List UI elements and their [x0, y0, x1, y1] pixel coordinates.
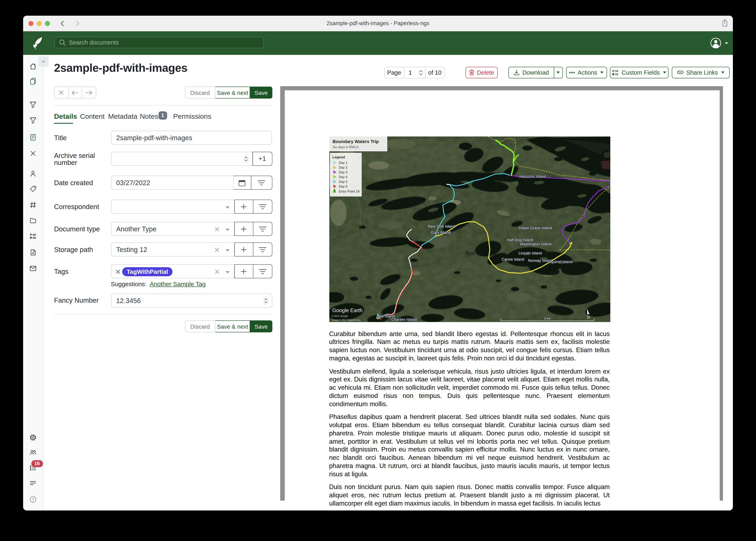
svg-text:Charlies Island: Charlies Island — [391, 317, 417, 321]
svg-text:Google Earth: Google Earth — [332, 307, 362, 313]
svg-text:3 mi: 3 mi — [544, 316, 550, 320]
svg-text:Gary Island: Gary Island — [431, 230, 450, 235]
svg-text:Indian Grave Island: Indian Grave Island — [518, 226, 552, 230]
svg-text:?: ? — [32, 497, 34, 502]
svg-text:Day 1: Day 1 — [339, 161, 347, 164]
svg-text:Day 2: Day 2 — [339, 166, 347, 169]
svg-text:Canoe Island: Canoe Island — [501, 257, 524, 261]
svg-text:Six days in BWCA: Six days in BWCA — [332, 145, 359, 149]
svg-text:Day 3: Day 3 — [339, 170, 347, 174]
svg-text:New York Island: New York Island — [428, 224, 455, 228]
svg-text:Squirrel Island: Squirrel Island — [548, 260, 573, 264]
svg-text:Lincoln Island: Lincoln Island — [518, 251, 542, 255]
svg-text:N: N — [587, 314, 590, 319]
svg-text:Text: Text — [465, 250, 475, 256]
svg-text:Entry Point 24: Entry Point 24 — [339, 190, 359, 193]
svg-text:© 2017 Google: © 2017 Google — [332, 314, 348, 317]
svg-text:Day 6: Day 6 — [339, 185, 347, 188]
svg-text:Day 4: Day 4 — [339, 175, 347, 179]
svg-text:Day 5: Day 5 — [339, 180, 347, 183]
svg-text:Half Dog Island: Half Dog Island — [507, 238, 533, 242]
svg-text:Hausons Island: Hausons Island — [519, 174, 546, 178]
svg-text:Boundary Waters Trip: Boundary Waters Trip — [332, 139, 379, 144]
svg-text:Image © 2017 DigitalGlobe: Image © 2017 DigitalGlobe — [332, 318, 360, 321]
svg-text:Legend: Legend — [332, 155, 345, 159]
svg-text:Washington Island: Washington Island — [520, 242, 551, 246]
